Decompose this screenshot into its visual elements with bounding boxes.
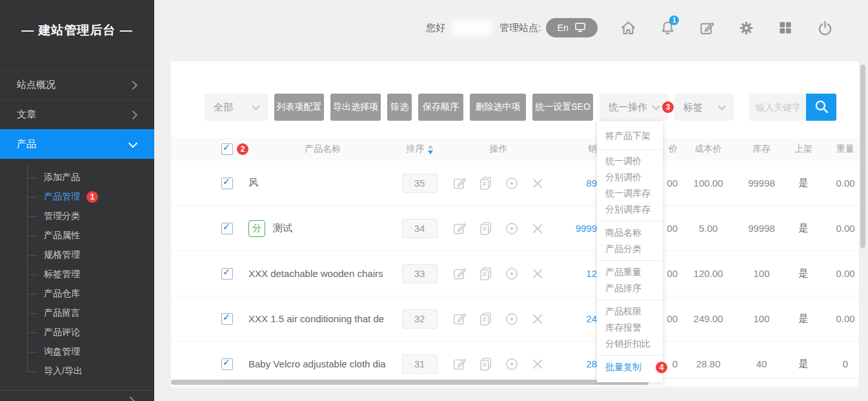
menu-item-4-0[interactable]: 产品权限 — [597, 303, 663, 320]
sidebar-subitem-4[interactable]: 规格管理 — [0, 245, 154, 265]
search-input[interactable] — [749, 94, 806, 121]
sort-input[interactable] — [402, 309, 438, 329]
menu-item-label: 批量复制 — [605, 362, 641, 372]
apps-grid-icon[interactable] — [776, 19, 794, 37]
settings-gear-icon[interactable] — [737, 19, 755, 37]
delete-icon[interactable] — [529, 220, 546, 237]
toolbar-button-4[interactable]: 删除选中项 — [470, 94, 526, 121]
row-checkbox[interactable] — [221, 268, 233, 280]
weight-value: 0.00 — [823, 251, 859, 296]
toolbar-buttons: 列表项配置导出选择项筛选保存顺序删除选中项统一设置SEO — [274, 94, 593, 121]
sort-input[interactable] — [402, 174, 438, 193]
edit-icon[interactable] — [452, 311, 469, 327]
sidebar-next-section[interactable] — [127, 395, 134, 401]
sort-input[interactable] — [402, 355, 438, 374]
preview-icon[interactable] — [503, 356, 520, 373]
copy-icon[interactable] — [478, 265, 494, 282]
menu-item-3-1[interactable]: 产品排序 — [597, 280, 663, 296]
sidebar-subitem-8[interactable]: 产品评论 — [0, 323, 154, 342]
weight-value: 0.00 — [823, 296, 859, 341]
category-filter-dropdown[interactable]: 全部 — [205, 94, 268, 121]
column-header-weight: 重量 — [823, 138, 859, 161]
toolbar-button-5[interactable]: 统一设置SEO — [532, 94, 593, 121]
search-button[interactable] — [806, 94, 836, 121]
horizontal-scrollbar[interactable] — [171, 380, 649, 385]
sidebar-item-0[interactable]: 站点概况 — [0, 70, 154, 99]
onshelf-flag: 是 — [784, 342, 823, 386]
preview-icon[interactable] — [503, 265, 520, 282]
delete-icon[interactable] — [529, 311, 546, 327]
preview-icon[interactable] — [503, 175, 520, 192]
copy-icon[interactable] — [478, 311, 494, 327]
edit-icon[interactable] — [452, 220, 469, 237]
stock-count: 99998 — [739, 161, 784, 205]
menu-item-1-3[interactable]: 分别调库存 — [597, 201, 663, 218]
language-site-switcher[interactable]: En — [546, 18, 598, 37]
sort-input[interactable] — [402, 219, 438, 238]
power-logout-icon[interactable] — [816, 19, 834, 37]
sidebar-subitem-7[interactable]: 产品留言 — [0, 303, 154, 323]
preview-icon[interactable] — [503, 220, 520, 237]
menu-item-label: 将产品下架 — [605, 130, 651, 141]
sidebar-subitem-9[interactable]: 询盘管理 — [0, 342, 154, 362]
edit-icon[interactable] — [452, 175, 469, 192]
row-checkbox[interactable] — [221, 313, 233, 325]
home-icon[interactable] — [619, 19, 637, 37]
stock-count: 99998 — [739, 206, 784, 251]
sidebar-subitem-3[interactable]: 产品属性 — [0, 226, 154, 245]
menu-item-label: 统一调库存 — [605, 188, 651, 198]
select-all-checkbox[interactable] — [221, 143, 233, 155]
column-header-sort[interactable]: 排序 — [397, 138, 442, 161]
delete-icon[interactable] — [529, 175, 546, 192]
toolbar-button-0[interactable]: 列表项配置 — [274, 94, 324, 121]
preview-icon[interactable] — [503, 311, 520, 327]
row-checkbox[interactable] — [221, 178, 233, 189]
toolbar-button-2[interactable]: 筛选 — [387, 94, 412, 121]
copy-icon[interactable] — [478, 220, 494, 237]
delete-icon[interactable] — [529, 356, 546, 373]
sidebar-item-1[interactable]: 文章 — [0, 99, 154, 129]
sidebar-subitem-label: 产品管理 — [44, 191, 80, 203]
notifications-bell-icon[interactable]: 1 — [658, 19, 676, 37]
menu-item-4-2[interactable]: 分销折扣比 — [597, 336, 663, 352]
toolbar-button-3[interactable]: 保存顺序 — [418, 94, 463, 121]
row-checkbox[interactable] — [221, 358, 233, 370]
vertical-scrollbar[interactable] — [860, 65, 865, 248]
copy-icon[interactable] — [478, 356, 494, 373]
sidebar-subitem-5[interactable]: 标签管理 — [0, 265, 154, 284]
sidebar-subitem-1[interactable]: 产品管理1 — [0, 187, 154, 207]
menu-item-1-1[interactable]: 分别调价 — [597, 169, 663, 185]
edit-icon[interactable] — [452, 265, 469, 282]
sort-input[interactable] — [402, 264, 438, 283]
toolbar-button-1[interactable]: 导出选择项 — [330, 94, 381, 121]
menu-group: 产品权限库存报警分销折扣比 — [597, 300, 663, 355]
sidebar-subitem-label: 添加产品 — [44, 172, 80, 183]
delete-icon[interactable] — [529, 265, 546, 282]
menu-item-0-0[interactable]: 将产品下架 — [597, 128, 663, 144]
menu-item-2-1[interactable]: 产品分类 — [597, 241, 663, 257]
batch-operation-dropdown[interactable]: 统一操作 3 — [600, 94, 668, 121]
sidebar-subitem-0[interactable]: 添加产品 — [0, 168, 154, 187]
sidebar-subitem-6[interactable]: 产品仓库 — [0, 284, 154, 303]
row-checkbox[interactable] — [221, 223, 233, 234]
menu-item-label: 分销折扣比 — [605, 338, 651, 349]
username-redacted — [452, 19, 492, 36]
sidebar-subitem-2[interactable]: 管理分类 — [0, 207, 154, 226]
menu-item-3-0[interactable]: 产品重量 — [597, 264, 663, 280]
sort-arrows-icon[interactable] — [428, 145, 433, 154]
copy-icon[interactable] — [478, 175, 494, 192]
sidebar-subitem-label: 管理分类 — [44, 211, 80, 222]
menu-item-4-1[interactable]: 库存报警 — [597, 320, 663, 336]
sidebar-divider — [0, 390, 154, 391]
menu-item-1-0[interactable]: 统一调价 — [597, 153, 663, 169]
sidebar-subitem-10[interactable]: 导入/导出 — [0, 362, 154, 381]
menu-item-1-2[interactable]: 统一调库存 — [597, 185, 663, 201]
compose-edit-icon[interactable] — [698, 19, 716, 37]
sidebar-subitem-label: 规格管理 — [44, 249, 80, 261]
tag-filter-dropdown[interactable]: 标签 — [674, 94, 734, 121]
sidebar-item-2[interactable]: 产品 — [0, 129, 154, 159]
table-header-row: 2 产品名称 排序 操作 销 价 成本价 库存 上架 重量 — [171, 138, 859, 161]
menu-item-2-0[interactable]: 商品名称 — [597, 225, 663, 241]
edit-icon[interactable] — [452, 356, 469, 373]
menu-item-5-0[interactable]: 批量复制4 — [597, 359, 663, 375]
